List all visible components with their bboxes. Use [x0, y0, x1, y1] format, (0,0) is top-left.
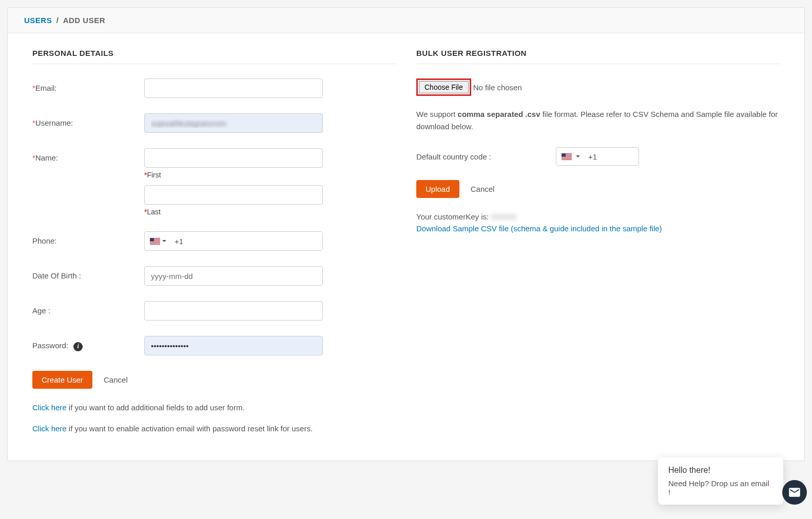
customer-key-label: Your customerKey is:	[416, 212, 491, 221]
personal-details-title: PERSONAL DETAILS	[32, 49, 396, 57]
chat-popup: Hello there! Need Help? Drop us an email…	[658, 457, 783, 468]
chevron-down-icon	[576, 155, 580, 157]
phone-label: Phone:	[32, 236, 57, 245]
last-sublabel: Last	[147, 208, 160, 216]
create-user-button[interactable]: Create User	[32, 371, 92, 389]
bulk-cancel-button[interactable]: Cancel	[461, 180, 504, 198]
dial-code-bulk: +1	[584, 152, 597, 161]
password-label: Password:	[32, 341, 68, 350]
cancel-button[interactable]: Cancel	[94, 371, 137, 389]
last-name-field[interactable]	[144, 185, 323, 205]
dob-field[interactable]	[144, 266, 323, 286]
country-code-label: Default country code :	[416, 152, 556, 161]
bulk-registration-section: BULK USER REGISTRATION Choose File No fi…	[416, 49, 780, 445]
username-field[interactable]	[144, 113, 323, 133]
country-code-selector[interactable]: +1	[556, 147, 639, 166]
country-flag-selector[interactable]	[145, 238, 170, 245]
chevron-down-icon	[162, 240, 166, 242]
file-status-text: No file chosen	[473, 83, 522, 92]
activation-email-link[interactable]: Click here	[32, 424, 67, 433]
breadcrumb-users-link[interactable]: USERS	[24, 16, 52, 25]
phone-input-group: +1	[144, 231, 323, 251]
username-label: Username:	[35, 118, 73, 127]
password-field[interactable]	[144, 336, 323, 355]
dial-code: +1	[170, 237, 183, 246]
email-label: Email:	[35, 84, 57, 92]
info-icon[interactable]: i	[73, 342, 83, 351]
breadcrumb-separator: /	[56, 16, 59, 25]
divider	[416, 64, 780, 64]
age-field[interactable]	[144, 301, 323, 321]
bulk-registration-title: BULK USER REGISTRATION	[416, 49, 780, 57]
download-sample-csv-link[interactable]: Download Sample CSV file (schema & guide…	[416, 224, 662, 233]
first-name-field[interactable]	[144, 148, 323, 168]
customer-key-value: XXXXX	[491, 212, 516, 221]
breadcrumb: USERS / ADD USER	[8, 8, 804, 33]
personal-details-section: PERSONAL DETAILS *Email: *Username: *Nam…	[32, 49, 396, 445]
chat-greeting: Hello there!	[668, 466, 773, 468]
divider	[32, 64, 396, 64]
email-field[interactable]	[144, 78, 323, 98]
first-sublabel: First	[147, 171, 161, 179]
us-flag-icon	[562, 153, 572, 160]
breadcrumb-current: ADD USER	[63, 16, 105, 25]
additional-fields-link[interactable]: Click here	[32, 403, 67, 412]
choose-file-button[interactable]: Choose File	[419, 81, 469, 93]
name-label: Name:	[35, 153, 58, 162]
upload-button[interactable]: Upload	[416, 180, 459, 198]
dob-label: Date Of Birth :	[32, 271, 81, 280]
us-flag-icon	[150, 238, 160, 245]
help-text-2: if you want to enable activation email w…	[67, 424, 313, 433]
help-text-1: if you want to add additional fields to …	[67, 403, 245, 412]
file-format-help: We support comma separated .csv file for…	[416, 108, 780, 133]
phone-field[interactable]	[183, 232, 322, 250]
age-label: Age :	[32, 306, 50, 315]
